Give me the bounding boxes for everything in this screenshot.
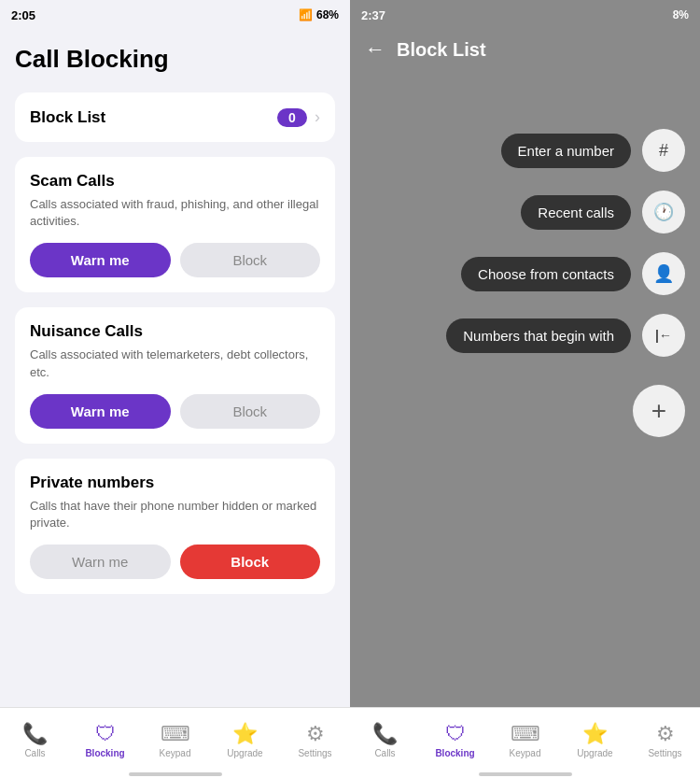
upgrade-icon-right: ⭐ bbox=[582, 722, 608, 746]
battery-right: 8% bbox=[673, 8, 689, 21]
time-right: 2:37 bbox=[361, 8, 385, 22]
nav-blocking-right[interactable]: 🛡 Blocking bbox=[432, 722, 479, 758]
recent-calls-row: Recent calls 🕐 bbox=[365, 191, 685, 233]
nuisance-calls-buttons: Warn me Block bbox=[30, 394, 320, 429]
scam-block-button[interactable]: Block bbox=[180, 243, 321, 277]
private-block-button[interactable]: Block bbox=[180, 545, 321, 579]
battery-left: 68% bbox=[316, 8, 339, 21]
status-bar-left: 2:05 📶 68% bbox=[0, 0, 350, 30]
home-indicator-right bbox=[350, 772, 700, 778]
status-bar-right: 2:37 8% bbox=[350, 0, 700, 30]
block-list-count: 0 bbox=[277, 108, 307, 127]
page-title: Call Blocking bbox=[15, 45, 335, 74]
nav-calls-left[interactable]: 📞 Calls bbox=[12, 722, 59, 758]
enter-number-icon[interactable]: # bbox=[642, 129, 685, 172]
clock-icon: 🕐 bbox=[653, 202, 674, 222]
bottom-nav-right: 📞 Calls 🛡 Blocking ⌨ Keypad ⭐ Upgrade ⚙ … bbox=[350, 707, 700, 772]
block-list-right: 0 › bbox=[277, 107, 320, 127]
nav-upgrade-right[interactable]: ⭐ Upgrade bbox=[572, 722, 619, 758]
chevron-right-icon: › bbox=[315, 107, 320, 127]
nav-settings-right[interactable]: ⚙ Settings bbox=[642, 722, 689, 758]
private-numbers-title: Private numbers bbox=[30, 474, 320, 492]
blocking-icon-right: 🛡 bbox=[445, 722, 466, 746]
upgrade-icon-left: ⭐ bbox=[232, 722, 258, 746]
right-content: Enter a number # Recent calls 🕐 Choose f… bbox=[350, 73, 700, 707]
nav-keypad-right[interactable]: ⌨ Keypad bbox=[502, 722, 549, 758]
nav-upgrade-label-right: Upgrade bbox=[577, 748, 612, 758]
scam-calls-buttons: Warn me Block bbox=[30, 243, 320, 277]
nav-blocking-label-right: Blocking bbox=[435, 748, 474, 758]
calls-icon-right: 📞 bbox=[372, 722, 398, 746]
nav-calls-label-right: Calls bbox=[374, 748, 395, 758]
nuisance-warn-button[interactable]: Warn me bbox=[30, 394, 171, 429]
nav-blocking-left[interactable]: 🛡 Blocking bbox=[82, 722, 129, 758]
right-header: ← Block List bbox=[350, 30, 700, 73]
nav-upgrade-left[interactable]: ⭐ Upgrade bbox=[222, 722, 269, 758]
scam-calls-desc: Calls associated with fraud, phishing, a… bbox=[30, 196, 320, 230]
settings-icon-left: ⚙ bbox=[306, 722, 325, 746]
scam-warn-button[interactable]: Warn me bbox=[30, 243, 171, 277]
left-scroll-content: Call Blocking Block List 0 › Scam Calls … bbox=[0, 30, 350, 707]
scam-calls-title: Scam Calls bbox=[30, 172, 320, 191]
plus-icon: + bbox=[651, 396, 666, 426]
block-list-label: Block List bbox=[30, 108, 105, 127]
bottom-nav-left: 📞 Calls 🛡 Blocking ⌨ Keypad ⭐ Upgrade ⚙ … bbox=[0, 707, 350, 772]
nuisance-block-button[interactable]: Block bbox=[180, 394, 321, 429]
right-panel-title: Block List bbox=[397, 39, 486, 61]
keypad-icon-right: ⌨ bbox=[511, 722, 540, 746]
enter-number-row: Enter a number # bbox=[365, 129, 685, 172]
calls-icon: 📞 bbox=[22, 722, 48, 746]
block-list-card[interactable]: Block List 0 › bbox=[15, 92, 335, 142]
signal-icon: 📶 bbox=[299, 8, 313, 21]
nav-calls-label: Calls bbox=[24, 748, 45, 758]
private-numbers-buttons: Warn me Block bbox=[30, 545, 320, 579]
left-panel: 2:05 📶 68% Call Blocking Block List 0 › … bbox=[0, 0, 350, 778]
nav-keypad-left[interactable]: ⌨ Keypad bbox=[152, 722, 199, 758]
begin-with-icon[interactable]: |← bbox=[642, 314, 685, 357]
hash-icon: # bbox=[659, 141, 668, 161]
status-icons-right: 8% bbox=[673, 8, 689, 21]
begin-with-row: Numbers that begin with |← bbox=[365, 314, 685, 357]
nav-settings-left[interactable]: ⚙ Settings bbox=[292, 722, 339, 758]
back-arrow-icon[interactable]: ← bbox=[365, 37, 385, 62]
right-panel: 2:37 8% ← Block List Enter a number # Re… bbox=[350, 0, 700, 778]
private-numbers-card: Private numbers Calls that have their ph… bbox=[15, 459, 335, 594]
nav-keypad-label-right: Keypad bbox=[510, 748, 541, 758]
recent-calls-label[interactable]: Recent calls bbox=[521, 195, 631, 230]
nav-keypad-label: Keypad bbox=[160, 748, 191, 758]
prefix-icon: |← bbox=[655, 328, 672, 343]
contacts-icon[interactable]: 👤 bbox=[642, 252, 685, 295]
nav-settings-label-right: Settings bbox=[648, 748, 681, 758]
person-icon: 👤 bbox=[653, 263, 674, 284]
nuisance-calls-card: Nuisance Calls Calls associated with tel… bbox=[15, 307, 335, 443]
nav-upgrade-label: Upgrade bbox=[227, 748, 262, 758]
status-icons-left: 📶 68% bbox=[299, 8, 339, 21]
contacts-label[interactable]: Choose from contacts bbox=[461, 257, 631, 291]
nuisance-calls-desc: Calls associated with telemarketers, deb… bbox=[30, 347, 320, 380]
recent-calls-icon[interactable]: 🕐 bbox=[642, 191, 685, 233]
settings-icon-right: ⚙ bbox=[656, 722, 675, 746]
time-left: 2:05 bbox=[11, 8, 35, 22]
blocking-icon: 🛡 bbox=[95, 722, 116, 746]
fab-add-button[interactable]: + bbox=[633, 385, 685, 437]
nuisance-calls-title: Nuisance Calls bbox=[30, 322, 320, 341]
home-indicator-left bbox=[0, 772, 350, 778]
nav-calls-right[interactable]: 📞 Calls bbox=[362, 722, 409, 758]
private-warn-button[interactable]: Warn me bbox=[30, 545, 171, 579]
scam-calls-card: Scam Calls Calls associated with fraud, … bbox=[15, 157, 335, 292]
nav-settings-label: Settings bbox=[298, 748, 331, 758]
private-numbers-desc: Calls that have their phone number hidde… bbox=[30, 498, 320, 531]
nav-blocking-label: Blocking bbox=[85, 748, 124, 758]
contacts-row: Choose from contacts 👤 bbox=[365, 252, 685, 295]
enter-number-label[interactable]: Enter a number bbox=[501, 134, 631, 168]
keypad-icon-left: ⌨ bbox=[161, 722, 190, 746]
begin-with-label[interactable]: Numbers that begin with bbox=[446, 318, 631, 353]
